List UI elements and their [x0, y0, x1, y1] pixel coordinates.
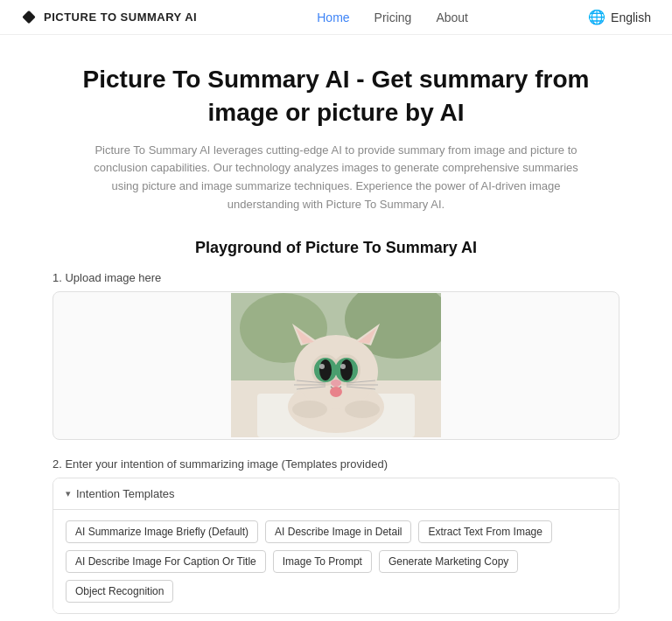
main-content: Picture To Summary AI - Get summary from… [38, 35, 634, 621]
navbar: PICTURE TO SUMMARY AI Home Pricing About… [0, 0, 672, 35]
chevron-down-icon: ▾ [66, 488, 71, 499]
svg-point-28 [292, 401, 327, 418]
cat-image [231, 293, 441, 437]
template-buttons: AI Summarize Image Briefly (Default) AI … [53, 510, 619, 613]
template-btn-3[interactable]: AI Describe Image For Caption Or Title [66, 550, 266, 573]
logo-icon [21, 10, 37, 25]
svg-point-19 [340, 364, 346, 369]
language-selector[interactable]: 🌐 English [588, 9, 651, 25]
intention-section: ▾ Intention Templates AI Summarize Image… [52, 478, 620, 614]
upload-box[interactable] [52, 291, 620, 440]
nav-home[interactable]: Home [317, 10, 349, 24]
language-label: English [611, 10, 651, 24]
template-btn-6[interactable]: Object Recognition [66, 580, 173, 603]
intention-templates-label: Intention Templates [76, 487, 175, 500]
flag-icon: 🌐 [588, 9, 606, 25]
svg-point-20 [331, 380, 341, 387]
nav-pricing[interactable]: Pricing [374, 10, 412, 24]
template-btn-0[interactable]: AI Summarize Image Briefly (Default) [66, 520, 258, 543]
template-btn-2[interactable]: Extract Text From Image [418, 520, 551, 543]
logo[interactable]: PICTURE TO SUMMARY AI [21, 10, 197, 25]
playground-title: Playground of Picture To Summary AI [52, 239, 620, 257]
svg-rect-0 [22, 10, 35, 23]
svg-point-16 [319, 364, 325, 369]
svg-point-21 [330, 387, 342, 397]
svg-point-15 [319, 359, 332, 380]
intention-header[interactable]: ▾ Intention Templates [53, 478, 619, 510]
svg-point-18 [340, 359, 353, 380]
template-btn-5[interactable]: Generate Marketing Copy [379, 550, 518, 573]
svg-point-29 [345, 401, 380, 418]
nav-about[interactable]: About [436, 10, 468, 24]
upload-label: 1. Upload image here [52, 271, 620, 284]
intention-label: 2. Enter your intention of summarizing i… [52, 457, 620, 471]
template-btn-4[interactable]: Image To Prompt [273, 550, 372, 573]
nav-links: Home Pricing About [317, 10, 468, 24]
template-btn-1[interactable]: AI Describe Image in Detail [265, 520, 411, 543]
logo-text: PICTURE TO SUMMARY AI [44, 10, 197, 24]
hero-description: Picture To Summary AI leverages cutting-… [91, 142, 581, 214]
hero-title: Picture To Summary AI - Get summary from… [52, 63, 620, 129]
